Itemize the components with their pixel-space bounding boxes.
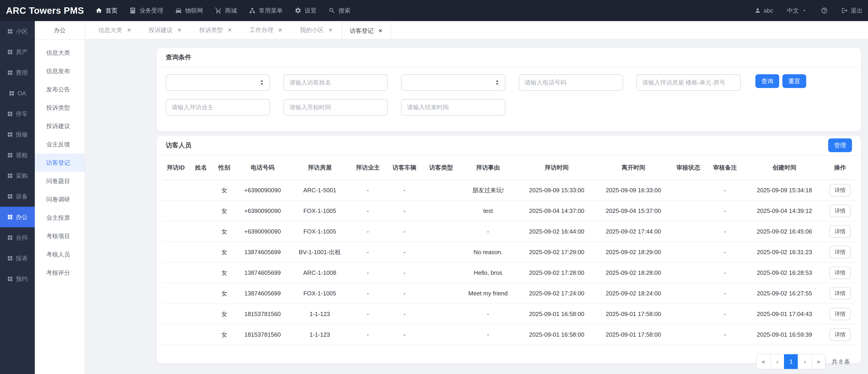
end-time-input[interactable] [407,104,499,111]
logout-label: 退出 [850,7,863,15]
tab-close-icon[interactable] [278,28,282,32]
tab-信息大类[interactable]: 信息大类 [90,21,140,39]
query-panel-header: 查询条件 [157,48,861,67]
sidebar-item-巡检[interactable]: 巡检 [0,145,35,166]
tab-close-icon[interactable] [378,28,383,33]
sidebar-item-停车[interactable]: 停车 [0,104,35,124]
manage-button[interactable]: 管理 [828,138,852,152]
table-cell: 1-1-123 [289,324,351,345]
tab-label: 访客登记 [350,27,374,35]
query-end-time-input-wrap [401,99,505,115]
table-cell: - [706,180,744,201]
sidebar-item-报表[interactable]: 报表 [0,248,35,268]
tab-投诉建议[interactable]: 投诉建议 [140,21,190,39]
sidebar-item-label: 设备 [16,193,28,201]
column-header: 访客类型 [424,155,458,180]
visitors-panel-header: 访客人员 管理 [157,136,861,155]
submenu-item-业主反馈[interactable]: 业主反馈 [35,135,85,153]
tab-我的小区[interactable]: 我的小区 [291,21,342,39]
language-switcher[interactable]: 中文 [787,7,807,15]
nav-item-search[interactable]: 搜索 [329,7,350,15]
tab-工作办理[interactable]: 工作办理 [241,21,291,39]
submenu-item-考核人员[interactable]: 考核人员 [35,245,85,263]
table-cell: - [385,221,424,242]
sidebar-item-设备[interactable]: 设备 [0,186,35,207]
submenu-item-投诉类型[interactable]: 投诉类型 [35,98,85,117]
submenu-item-考核项目[interactable]: 考核项目 [35,227,85,245]
submenu-item-信息发布[interactable]: 信息发布 [35,62,85,80]
query-visitor-type-select[interactable] [401,74,505,91]
table-cell [424,201,458,221]
table-cell: - [351,262,385,283]
submenu-item-信息大类[interactable]: 信息大类 [35,44,85,62]
sidebar-item-采购[interactable]: 采购 [0,166,35,186]
pager: «‹1›» [756,354,826,369]
submenu-item-访客登记[interactable]: 访客登记 [35,153,85,172]
nav-item-home[interactable]: 首页 [95,7,117,15]
sidebar-item-合同[interactable]: 合同 [0,227,35,248]
table-cell: No reason. [458,242,518,262]
prev-page-button[interactable]: ‹ [770,354,784,369]
detail-button[interactable]: 详情 [830,308,850,320]
detail-button[interactable]: 详情 [830,184,850,196]
phone-input[interactable] [525,79,617,86]
language-label: 中文 [787,7,799,15]
next-page-button[interactable]: › [798,354,811,369]
sidebar-item-报修[interactable]: 报修 [0,124,35,145]
user-menu[interactable]: abc [754,7,773,14]
sidebar-item-小区[interactable]: 小区 [0,21,35,42]
detail-button[interactable]: 详情 [830,287,850,299]
page-1-button[interactable]: 1 [784,354,798,369]
visit-owner-input[interactable] [172,104,264,111]
last-page-button[interactable]: » [811,354,825,369]
visitor-name-input[interactable] [289,79,382,86]
submenu-item-发布公告[interactable]: 发布公告 [35,80,85,98]
detail-button[interactable]: 详情 [830,266,850,279]
table-cell: - [351,242,385,262]
detail-button[interactable]: 详情 [830,225,850,238]
sidebar-item-预约[interactable]: 预约 [0,268,35,289]
nav-item-orgchart[interactable]: 常用菜单 [249,7,283,15]
table-cell: test [458,201,518,221]
table-row: 女13874605699FOX-1-1005--Meet my friend20… [162,283,856,304]
tab-close-icon[interactable] [227,28,232,32]
tab-close-icon[interactable] [127,28,131,32]
table-cell: - [385,201,424,221]
visit-house-input[interactable] [642,79,735,86]
submenu-item-考核评分[interactable]: 考核评分 [35,263,85,282]
reset-button[interactable]: 重置 [782,74,806,88]
table-cell: 女 [212,262,236,283]
search-button[interactable]: 查询 [755,74,779,88]
submenu-item-问卷题目[interactable]: 问卷题目 [35,172,85,190]
sidebar-item-办公[interactable]: 办公 [0,207,35,227]
table-cell: 女 [212,304,236,324]
help-button[interactable] [821,7,828,14]
sidebar-item-房产[interactable]: 房产 [0,42,35,62]
submenu-item-问卷调研[interactable]: 问卷调研 [35,190,85,208]
nav-item-gear[interactable]: 设置 [294,7,317,15]
orgchart-icon [249,7,256,14]
table-cell: 女 [212,324,236,345]
tab-close-icon[interactable] [177,28,182,32]
query-community-select[interactable] [166,74,270,91]
tab-close-icon[interactable] [328,28,333,32]
table-cell: - [706,324,744,345]
submenu-item-投诉建议[interactable]: 投诉建议 [35,117,85,135]
first-page-button[interactable]: « [756,354,770,369]
sidebar-item-费用[interactable]: 费用 [0,62,35,83]
start-time-input[interactable] [289,104,382,111]
nav-item-cart[interactable]: 商城 [215,7,237,15]
table-cell: - [706,283,744,304]
detail-button[interactable]: 详情 [830,246,850,258]
detail-button[interactable]: 详情 [830,328,850,341]
nav-item-car[interactable]: 物联网 [175,7,203,15]
nav-item-calc[interactable]: 业务受理 [129,7,163,15]
table-cell-actions: 详情 [825,283,856,304]
logout-button[interactable]: 退出 [841,7,863,15]
tab-访客登记[interactable]: 访客登记 [342,22,391,39]
tab-投诉类型[interactable]: 投诉类型 [190,21,241,39]
sidebar-item-OA[interactable]: OA [0,83,35,104]
submenu-item-业主投票[interactable]: 业主投票 [35,208,85,227]
table-cell: - [385,262,424,283]
detail-button[interactable]: 详情 [830,205,850,217]
